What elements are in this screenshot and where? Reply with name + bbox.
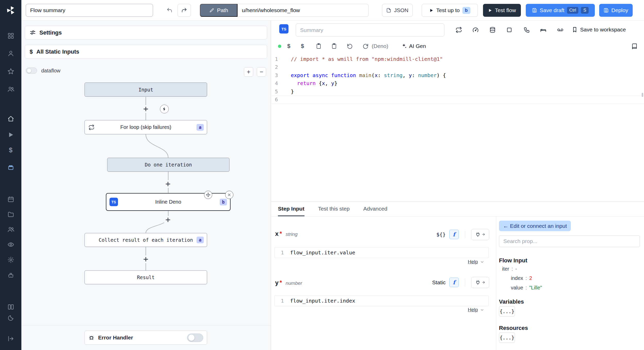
expr-mode-toggle-y[interactable]: Static bbox=[432, 279, 446, 286]
reset-code-icon[interactable] bbox=[347, 43, 353, 49]
code-line: 3 export async function main(x: string, … bbox=[271, 71, 644, 79]
copy-icon[interactable] bbox=[316, 43, 322, 49]
path-input[interactable] bbox=[238, 4, 369, 17]
flow-settings-row[interactable]: Settings bbox=[25, 26, 267, 39]
node-for-loop[interactable]: For loop (skip failures) a bbox=[84, 120, 207, 134]
file-json-icon bbox=[386, 8, 391, 13]
tab-advanced[interactable]: Advanced bbox=[363, 202, 387, 216]
add-step-button[interactable] bbox=[142, 255, 150, 263]
save-to-workspace-button[interactable]: Save to workspace bbox=[572, 27, 626, 33]
suspend-phone-icon[interactable] bbox=[523, 27, 530, 33]
deploy-button[interactable]: Deploy bbox=[599, 4, 633, 17]
connect-input-button-x[interactable] bbox=[471, 229, 489, 240]
concurrency-voicemail-icon[interactable] bbox=[557, 27, 564, 33]
windmill-logo-icon[interactable] bbox=[0, 5, 21, 15]
step-summary-input[interactable] bbox=[296, 23, 444, 37]
flow-summary-input[interactable] bbox=[26, 4, 153, 17]
copy-icon[interactable] bbox=[331, 43, 337, 49]
field-controls-y: Static f bbox=[432, 277, 489, 288]
dataflow-label: dataflow bbox=[41, 68, 61, 74]
path-button-label: Path bbox=[217, 7, 228, 13]
runtime-label: (Deno) bbox=[372, 43, 388, 49]
favorites-star-icon[interactable] bbox=[0, 68, 21, 75]
dark-mode-moon-icon[interactable] bbox=[0, 315, 21, 321]
redo-button[interactable] bbox=[177, 4, 191, 17]
node-do-one-iteration[interactable]: Do one iteration bbox=[107, 158, 230, 172]
test-up-to-step-badge: b bbox=[462, 7, 470, 14]
deployment-ship-icon[interactable] bbox=[0, 272, 21, 279]
groups-icon[interactable] bbox=[0, 86, 21, 93]
path-button[interactable]: Path bbox=[200, 4, 238, 17]
variables-dollar-icon[interactable]: $ bbox=[0, 146, 21, 154]
user-icon[interactable] bbox=[0, 50, 21, 57]
library-book-icon[interactable] bbox=[631, 43, 638, 49]
prop-entry-index[interactable]: index:2 bbox=[511, 275, 532, 281]
cache-database-icon[interactable] bbox=[489, 27, 496, 33]
expand-sidebar-icon[interactable] bbox=[0, 335, 21, 342]
monaco-editor-toggle-x[interactable]: f bbox=[449, 230, 459, 239]
search-prop-input[interactable] bbox=[499, 235, 640, 247]
error-handler-toggle[interactable] bbox=[187, 334, 203, 342]
step-id-badge: a bbox=[197, 237, 204, 243]
expr-mode-toggle-x[interactable]: ${} bbox=[436, 231, 446, 238]
early-stop-square-icon[interactable] bbox=[506, 27, 513, 33]
sleep-bed-icon[interactable] bbox=[540, 27, 547, 33]
topbar: Path JSON Test up to b Test flow Save dr… bbox=[21, 0, 644, 21]
play-icon bbox=[488, 8, 492, 13]
audit-logs-eye-icon[interactable] bbox=[0, 241, 21, 248]
save-draft-button[interactable]: Save draft Ctrl S bbox=[526, 4, 595, 17]
code-line-current: 6 bbox=[271, 96, 644, 104]
json-button[interactable]: JSON bbox=[382, 4, 413, 17]
editor-scrollbar-thumb[interactable] bbox=[642, 93, 643, 97]
expr-editor-x[interactable]: 1 flow_input.iter.value bbox=[274, 247, 489, 258]
resources-expand-button[interactable]: {...} bbox=[499, 332, 515, 343]
move-step-icon[interactable] bbox=[204, 191, 212, 199]
prop-entry-iter[interactable]: iter:- bbox=[502, 266, 517, 272]
edit-connect-input-chip[interactable]: ← Edit or connect an input bbox=[499, 221, 571, 231]
apps-grid-icon[interactable] bbox=[0, 32, 21, 39]
ai-gen-button[interactable]: AI Gen bbox=[401, 43, 426, 49]
all-static-inputs-row[interactable]: $ All Static Inputs bbox=[25, 45, 267, 59]
step-tabs: Step Input Test this step Advanced bbox=[271, 202, 644, 216]
resources-puzzle-icon[interactable] bbox=[0, 164, 21, 171]
zoom-in-button[interactable]: + bbox=[244, 67, 253, 77]
schedules-calendar-icon[interactable] bbox=[0, 196, 21, 203]
connect-input-button-y[interactable] bbox=[471, 277, 489, 288]
step-id-badge: a bbox=[197, 124, 204, 131]
undo-button[interactable] bbox=[163, 4, 176, 17]
folders-icon[interactable] bbox=[0, 211, 21, 218]
performance-gauge-icon[interactable] bbox=[472, 27, 479, 33]
runs-play-icon[interactable] bbox=[0, 131, 21, 138]
test-flow-button[interactable]: Test flow bbox=[483, 4, 521, 17]
node-result[interactable]: Result bbox=[84, 270, 207, 284]
insert-variable-button[interactable]: $ bbox=[287, 43, 290, 49]
settings-gear-icon[interactable] bbox=[0, 256, 21, 263]
dataflow-toggle[interactable] bbox=[26, 68, 37, 74]
code-line: 4 return {x, y} bbox=[271, 79, 644, 88]
insert-resource-button[interactable]: $ bbox=[301, 43, 304, 49]
add-step-button[interactable] bbox=[164, 216, 172, 224]
error-handler-row[interactable]: Error Handler bbox=[84, 331, 207, 345]
monaco-editor-toggle-y[interactable]: f bbox=[449, 278, 459, 287]
node-input[interactable]: Input bbox=[84, 82, 207, 97]
workers-icon[interactable] bbox=[0, 226, 21, 233]
home-icon[interactable] bbox=[0, 115, 21, 122]
delete-step-icon[interactable] bbox=[225, 191, 233, 199]
test-up-to-button[interactable]: Test up to b bbox=[422, 4, 478, 17]
docs-columns-icon[interactable] bbox=[0, 304, 21, 310]
tab-step-input[interactable]: Step Input bbox=[278, 202, 304, 216]
help-link-x[interactable]: Help bbox=[468, 259, 484, 265]
expr-editor-y[interactable]: 1 flow_input.iter.index bbox=[274, 295, 489, 306]
restart-loop-icon[interactable] bbox=[455, 27, 462, 33]
reload-runtime-icon[interactable] bbox=[362, 43, 369, 49]
help-link-y[interactable]: Help bbox=[468, 307, 484, 313]
add-step-button[interactable] bbox=[164, 180, 172, 188]
zoom-out-button[interactable]: − bbox=[257, 67, 266, 77]
prop-entry-value[interactable]: value:"Lille" bbox=[511, 285, 542, 291]
tab-test-this-step[interactable]: Test this step bbox=[318, 202, 350, 216]
code-editor[interactable]: 1 // import * as wmill from "npm:windmil… bbox=[271, 55, 644, 104]
node-collect-result[interactable]: Collect result of each iteration a bbox=[84, 233, 207, 247]
variables-expand-button[interactable]: {...} bbox=[499, 306, 515, 316]
trigger-zap-icon[interactable] bbox=[160, 105, 169, 113]
add-step-button[interactable] bbox=[142, 105, 150, 113]
